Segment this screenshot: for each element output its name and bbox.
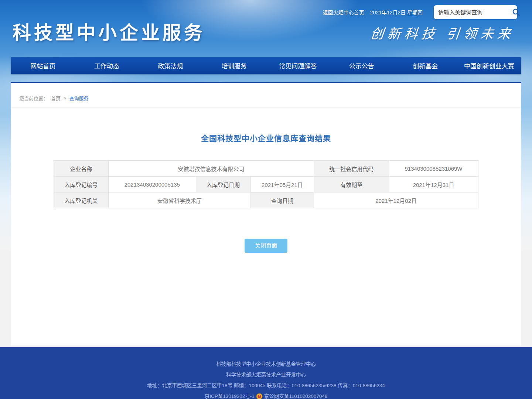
registration-no-value: 202134030200005135	[108, 177, 196, 192]
table-row: 入库登记机关 安徽省科学技术厅 查询日期 2021年12月02日	[54, 192, 478, 208]
registration-authority-value: 安徽省科学技术厅	[108, 192, 250, 208]
credit-code-value: 91340300085231069W	[389, 161, 478, 177]
search-box[interactable]	[434, 5, 517, 19]
table-row: 企业名称 安徽塔孜信息技术有限公司 统一社会信用代码 9134030008523…	[54, 161, 478, 177]
registration-date-value: 2021年05月21日	[250, 177, 314, 192]
breadcrumb: 您当前位置： 首页 > 查询服务	[11, 83, 521, 108]
valid-until-value: 2021年12月31日	[389, 177, 478, 192]
close-button-container: 关闭页面	[11, 239, 521, 253]
registration-authority-label: 入库登记机关	[54, 192, 109, 208]
breadcrumb-separator: >	[64, 95, 66, 101]
footer-org-line1: 科技部科技型中小企业技术创新基金管理中心	[0, 359, 532, 369]
site-footer: 科技部科技型中小企业技术创新基金管理中心 科学技术部火炬高技术产业开发中心 地址…	[0, 347, 532, 399]
breadcrumb-home-link[interactable]: 首页	[51, 95, 61, 102]
icp-record-link[interactable]: 京ICP备13019302号-1	[205, 391, 255, 399]
nav-item-faq[interactable]: 常见问题解答	[266, 57, 330, 74]
breadcrumb-current-link[interactable]: 查询服务	[69, 95, 89, 102]
company-name-label: 企业名称	[54, 161, 109, 177]
nav-item-training[interactable]: 培训服务	[202, 57, 266, 74]
breadcrumb-prefix: 您当前位置：	[19, 95, 48, 102]
nav-item-competition[interactable]: 中国创新创业大赛	[457, 57, 521, 74]
company-name-value: 安徽塔孜信息技术有限公司	[108, 161, 314, 177]
search-icon	[512, 8, 521, 17]
query-date-label: 查询日期	[250, 192, 314, 208]
footer-icp-line: 京ICP备13019302号-1 京公网安备11010202007048	[0, 391, 532, 399]
footer-org-line2: 科学技术部火炬高技术产业开发中心	[0, 369, 532, 380]
main-navigation: 网站首页 工作动态 政策法规 培训服务 常见问题解答 公示公告 创新基金 中国创…	[11, 57, 521, 74]
site-header: 科技型中小企业服务 返回火炬中心首页 2021年12月2日 星期四 创新科技 引…	[0, 0, 532, 57]
table-row: 入库登记编号 202134030200005135 入库登记日期 2021年05…	[54, 177, 478, 192]
nav-item-announcements[interactable]: 公示公告	[330, 57, 394, 74]
top-utility-bar: 返回火炬中心首页 2021年12月2日 星期四	[323, 5, 517, 20]
registration-no-label: 入库登记编号	[54, 177, 109, 192]
valid-until-label: 有效期至	[314, 177, 389, 192]
current-date-text: 2021年12月2日 星期四	[370, 8, 423, 16]
torch-center-home-link[interactable]: 返回火炬中心首页	[323, 8, 364, 16]
query-date-value: 2021年12月02日	[314, 192, 478, 208]
public-security-badge-icon	[256, 393, 263, 399]
nav-item-policies[interactable]: 政策法规	[139, 57, 202, 74]
footer-address-line: 地址：北京市西城区三里河二区甲18号 邮编：100045 联系电话：010-88…	[0, 380, 532, 391]
header-slogan: 创新科技 引领未来	[369, 23, 515, 42]
search-button[interactable]	[512, 7, 521, 17]
close-page-button[interactable]: 关闭页面	[245, 239, 287, 253]
public-security-record-link[interactable]: 京公网安备11010202007048	[264, 391, 328, 399]
registration-date-label: 入库登记日期	[196, 177, 250, 192]
nav-item-news[interactable]: 工作动态	[75, 57, 139, 74]
credit-code-label: 统一社会信用代码	[314, 161, 389, 177]
search-input[interactable]	[438, 9, 512, 16]
nav-item-innovation-fund[interactable]: 创新基金	[393, 57, 457, 74]
nav-item-home[interactable]: 网站首页	[11, 57, 75, 74]
result-title: 全国科技型中小企业信息库查询结果	[11, 132, 521, 143]
nav-content-gap	[0, 74, 532, 82]
content-card: 您当前位置： 首页 > 查询服务 全国科技型中小企业信息库查询结果 企业名称 安…	[11, 82, 521, 345]
site-logo: 科技型中小企业服务	[13, 18, 205, 44]
query-result-table: 企业名称 安徽塔孜信息技术有限公司 统一社会信用代码 9134030008523…	[54, 160, 478, 208]
